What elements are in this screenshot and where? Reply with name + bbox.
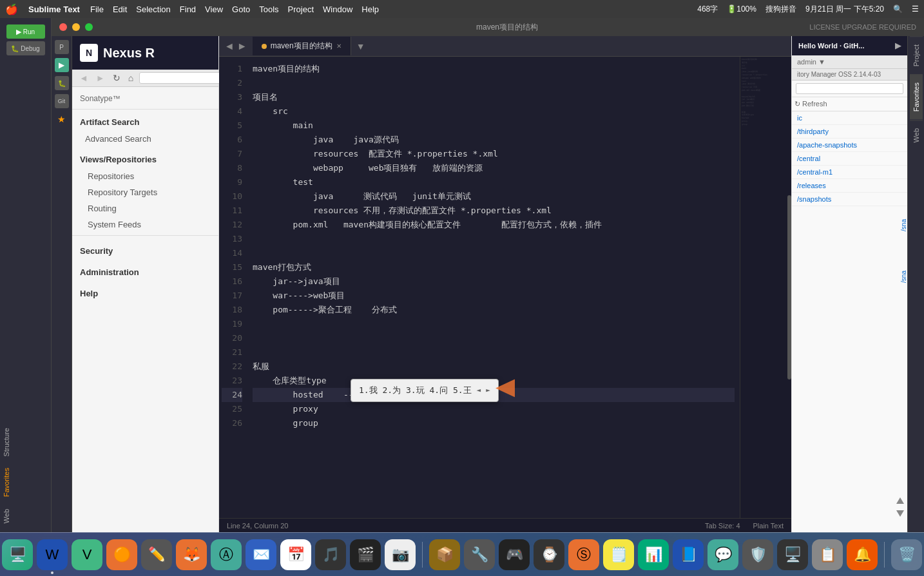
app-name[interactable]: Sublime Text (28, 5, 80, 14)
nexus-tree-item-releases[interactable]: /releases (792, 179, 907, 193)
menu-find[interactable]: Find (180, 5, 196, 14)
dock-word[interactable]: W (37, 539, 68, 570)
ime-prev-btn[interactable]: ◄ (477, 383, 481, 398)
vertical-tab-project[interactable]: Project (910, 36, 923, 74)
help-header[interactable]: Help (72, 281, 218, 302)
dock-mail[interactable]: ✉️ (245, 539, 276, 570)
dock-pkg[interactable]: 📦 (429, 539, 460, 570)
nav-refresh-btn[interactable]: ↻ (111, 73, 122, 83)
dock-screen[interactable]: 🖥️ (777, 539, 808, 570)
sidebar-debug-icon[interactable]: 🐛 (55, 76, 69, 90)
sidebar-item-system-feeds[interactable]: System Feeds (75, 216, 218, 233)
tab-close-btn[interactable]: ✕ (336, 43, 342, 50)
dock-video[interactable]: 🎬 (350, 539, 381, 570)
menu-tools[interactable]: Tools (259, 5, 278, 14)
editor-body[interactable]: 12345 678910 1112131415 1617181920 21222… (219, 57, 791, 518)
snap-link-1[interactable]: /sna (900, 219, 907, 231)
sidebar-project-icon[interactable]: P (55, 40, 69, 54)
snap-link-2[interactable]: /sna (900, 271, 907, 283)
scroll-up-btn[interactable] (896, 496, 905, 506)
sidebar-item-repositories[interactable]: Repositories (75, 168, 218, 184)
close-button[interactable] (59, 23, 67, 31)
administration-header[interactable]: Administration (72, 260, 218, 281)
menu-selection[interactable]: Selection (136, 5, 170, 14)
menu-edit[interactable]: Edit (113, 5, 127, 14)
tab-more-btn[interactable]: ▼ (351, 41, 371, 52)
menu-goto[interactable]: Goto (232, 5, 250, 14)
menu-view[interactable]: View (205, 5, 223, 14)
nexus-tree-item-apache-snapshots[interactable]: /apache-snapshots (792, 139, 907, 152)
nexus-panel-expand[interactable]: ▶ (895, 41, 901, 50)
nexus-right-search-input[interactable] (796, 83, 903, 94)
advanced-search-link[interactable]: Advanced Search (72, 131, 218, 147)
code-line-26: group (253, 416, 735, 430)
main-editor-tab[interactable]: maven项目的结构 ✕ (253, 37, 351, 55)
dock-clipboard[interactable]: 📋 (812, 539, 843, 570)
scrollbar-thumb[interactable] (787, 195, 791, 379)
dock-music[interactable]: 🎵 (315, 539, 346, 570)
nav-home-btn[interactable]: ⌂ (126, 73, 135, 83)
vertical-tab-web[interactable]: Web (910, 120, 923, 150)
search-icon[interactable]: 🔍 (893, 5, 903, 14)
tab-favorites-left[interactable]: Favorites (0, 463, 51, 502)
dock-watch[interactable]: ⌚ (534, 539, 564, 570)
security-header[interactable]: Security (72, 238, 218, 260)
sidebar-item-repository-targets[interactable]: Repository Targets (75, 184, 218, 200)
run-debug-btn[interactable]: 🐛 Debug (6, 41, 45, 55)
dock-finder[interactable]: 🖥️ (2, 539, 33, 570)
menu-project[interactable]: Project (288, 5, 314, 14)
menu-help[interactable]: Help (361, 5, 379, 14)
dock-game[interactable]: 🎮 (499, 539, 530, 570)
minimize-button[interactable] (72, 23, 80, 31)
dock-vue[interactable]: V (72, 539, 102, 570)
dock-bell[interactable]: 🔔 (847, 539, 878, 570)
dock-note[interactable]: 🗒️ (603, 539, 634, 570)
nexus-tree-item-snapshots[interactable]: /snapshots (792, 193, 907, 206)
sidebar-run-icon[interactable]: ▶ (55, 58, 69, 72)
artifact-search-header[interactable]: Artifact Search (72, 110, 218, 131)
nexus-right-refresh-btn[interactable]: ↻ Refresh (792, 97, 907, 111)
dock-orange[interactable]: 🟠 (106, 539, 137, 570)
dock-photos[interactable]: 📷 (385, 539, 416, 570)
sidebar-fav-icon[interactable]: ★ (55, 112, 69, 126)
dock-chat[interactable]: 💬 (707, 539, 738, 570)
editor-forward-btn[interactable]: ► (237, 41, 247, 52)
nexus-tree-item-central-m1[interactable]: /central-m1 (792, 166, 907, 179)
apple-menu[interactable]: 🍎 (5, 3, 18, 15)
input-method[interactable]: 搜狗拼音 (765, 4, 796, 15)
code-line-12: pom.xml maven构建项目的核心配置文件 配置打包方式，依赖，插件 (253, 218, 735, 232)
char-count: 468字 (697, 4, 718, 15)
views-repositories-header[interactable]: Views/Repositories (72, 147, 218, 168)
dock-shield[interactable]: 🛡️ (742, 539, 773, 570)
dock-firefox[interactable]: 🦊 (176, 539, 207, 570)
dock-pencil[interactable]: ✏️ (141, 539, 172, 570)
nexus-tree-item-central[interactable]: /central (792, 152, 907, 166)
tab-structure[interactable]: Structure (0, 423, 51, 462)
dock-s[interactable]: Ⓢ (568, 539, 599, 570)
ime-next-btn[interactable]: ► (486, 383, 490, 398)
editor-back-btn[interactable]: ◄ (224, 41, 235, 52)
dock-calendar[interactable]: 📅 (280, 539, 311, 570)
nav-back-btn[interactable]: ◄ (77, 73, 90, 83)
vertical-tab-favorites[interactable]: Favorites (910, 74, 923, 119)
scroll-down-btn[interactable] (896, 509, 905, 519)
run-button[interactable]: ▶ Run (6, 24, 45, 39)
nexus-tree-item-thirdparty[interactable]: /thirdparty (792, 125, 907, 139)
menu-file[interactable]: File (90, 5, 104, 14)
sidebar-git-icon[interactable]: Git (55, 94, 69, 108)
notification-icon[interactable]: ☰ (912, 5, 919, 14)
sidebar-item-routing[interactable]: Routing (75, 200, 218, 216)
dock-chrome[interactable]: Ⓐ (211, 539, 242, 570)
nav-forward-btn[interactable]: ► (94, 73, 107, 83)
menu-window[interactable]: Window (323, 5, 352, 14)
dock-tools[interactable]: 🔧 (464, 539, 495, 570)
dock-trash[interactable]: 🗑️ (891, 539, 922, 570)
nexus-admin-user[interactable]: admin ▼ (792, 55, 907, 69)
tab-web-left[interactable]: Web (0, 504, 51, 528)
maximize-button[interactable] (85, 23, 93, 31)
ime-popup[interactable]: 1.我 2.为 3.玩 4.问 5.王 ◄ ► (351, 379, 499, 402)
code-editor[interactable]: maven项目的结构 项目名 src main java java源代码 res… (247, 57, 740, 518)
dock-book[interactable]: 📘 (673, 539, 704, 570)
dock-sheets[interactable]: 📊 (638, 539, 669, 570)
nexus-tree-item-ic[interactable]: ic (792, 111, 907, 125)
